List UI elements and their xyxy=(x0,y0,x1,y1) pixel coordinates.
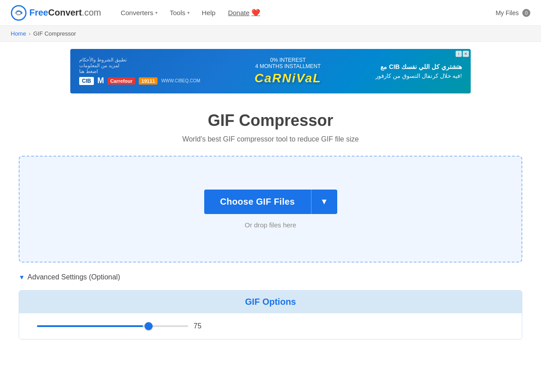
nav-tools[interactable]: Tools ▾ xyxy=(165,5,195,20)
chevron-down-icon: ▾ xyxy=(155,10,157,15)
ad-carnival-text: CaRNiVaL xyxy=(254,71,321,85)
gif-options-panel: GIF Options 75 xyxy=(19,290,522,339)
my-files-count: 0 xyxy=(522,9,530,17)
gif-options-header: GIF Options xyxy=(19,291,522,313)
website-text: WWW.CIBEQ.COM xyxy=(161,78,200,83)
choose-files-button[interactable]: Choose GIF Files xyxy=(204,190,311,214)
main-content: GIF Compressor World's best GIF compress… xyxy=(8,101,533,350)
drop-zone[interactable]: Choose GIF Files ▼ Or drop files here xyxy=(19,156,522,263)
carrefour-badge: Carrefour xyxy=(108,77,135,85)
quality-slider-container: 75 xyxy=(37,322,504,330)
my-files-section: My Files 0 xyxy=(496,9,530,17)
logo-icon xyxy=(11,5,27,21)
my-files-label: My Files xyxy=(496,9,519,16)
advanced-settings: ▼ Advanced Settings (Optional) xyxy=(19,273,522,281)
breadcrumb-bar: Home › GIF Compressor xyxy=(0,26,541,42)
drop-hint: Or drop files here xyxy=(245,221,296,229)
advanced-toggle[interactable]: ▼ Advanced Settings (Optional) xyxy=(19,273,522,281)
nav-converters[interactable]: Converters ▾ xyxy=(115,5,162,20)
phone-badge: 19111 xyxy=(139,77,158,85)
chevron-down-icon: ▾ xyxy=(187,10,190,15)
ad-close-buttons: i ✕ xyxy=(456,51,469,57)
ad-left: تطبيق الشروط والأحكاملمزيد من المعلوماتا… xyxy=(79,57,200,85)
cib-logo: CIB xyxy=(79,77,94,85)
ad-banner-container: تطبيق الشروط والأحكاملمزيد من المعلوماتا… xyxy=(0,42,541,101)
heart-icon: ❤️ xyxy=(251,8,260,17)
nav-help[interactable]: Help xyxy=(197,5,221,20)
page-title: GIF Compressor xyxy=(19,111,522,130)
gif-options-title: GIF Options xyxy=(245,297,296,307)
nav-donate[interactable]: Donate ❤️ xyxy=(222,5,265,20)
advanced-label: Advanced Settings (Optional) xyxy=(28,273,120,281)
ad-arabic-text: تطبيق الشروط والأحكاملمزيد من المعلوماتا… xyxy=(79,57,127,74)
breadcrumb-current: GIF Compressor xyxy=(33,30,76,37)
svg-marker-1 xyxy=(21,11,23,14)
site-header: FreeConvert.com Converters ▾ Tools ▾ Hel… xyxy=(0,0,541,26)
choose-btn-group: Choose GIF Files ▼ xyxy=(204,190,337,214)
ad-info-button[interactable]: i xyxy=(456,51,462,57)
chevron-down-icon: ▼ xyxy=(320,197,328,206)
chevron-down-icon: ▼ xyxy=(19,274,25,281)
ad-banner: تطبيق الشروط والأحكاملمزيد من المعلوماتا… xyxy=(70,49,471,93)
carrefour-m-logo: M xyxy=(97,76,104,85)
logo-text: FreeConvert.com xyxy=(29,8,101,18)
quality-slider[interactable] xyxy=(37,325,188,327)
ad-zero-text: 0% INTEREST4 MONTHS INSTALLMENT xyxy=(254,57,321,69)
main-nav: Converters ▾ Tools ▾ Help Donate ❤️ xyxy=(115,5,496,20)
ad-right-text: مع CIB هتشتري كل اللي نفسك فيه خلال كرنف… xyxy=(375,62,462,81)
slider-value: 75 xyxy=(194,322,207,330)
choose-dropdown-button[interactable]: ▼ xyxy=(311,190,337,214)
ad-logos: CIB M Carrefour 19111 WWW.CIBEQ.COM xyxy=(79,76,200,85)
svg-marker-2 xyxy=(15,11,16,14)
ad-center: 0% INTEREST4 MONTHS INSTALLMENT CaRNiVaL xyxy=(254,57,321,85)
svg-point-0 xyxy=(12,5,26,20)
breadcrumb-home[interactable]: Home xyxy=(11,30,26,37)
gif-options-body: 75 xyxy=(19,313,522,339)
breadcrumb-separator: › xyxy=(29,31,31,37)
ad-close-button[interactable]: ✕ xyxy=(463,51,469,57)
page-subtitle: World's best GIF compressor tool to redu… xyxy=(19,135,522,143)
breadcrumb: Home › GIF Compressor xyxy=(11,30,530,37)
logo-link[interactable]: FreeConvert.com xyxy=(11,5,101,21)
